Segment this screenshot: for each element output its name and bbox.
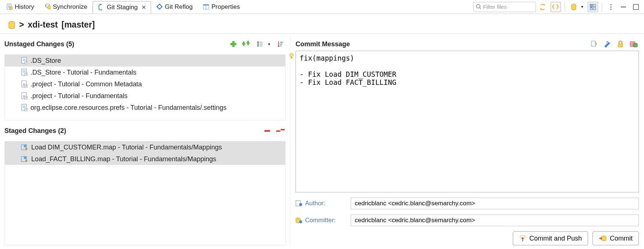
separator [602,3,602,11]
map-icon [21,144,28,151]
repo-cylinder-icon[interactable] [569,2,579,12]
svg-rect-69 [618,44,623,47]
tab-label: Git Reflog [165,3,193,11]
svg-line-11 [480,8,481,9]
commit-message-header: Commit Message [296,37,639,51]
svg-rect-62 [276,130,280,132]
svg-point-18 [610,6,611,7]
file-unknown-icon: ? [21,104,28,111]
stage-all-icon[interactable] [242,39,252,49]
staged-title: Staged Changes (2) [4,127,66,135]
svg-text:?: ? [25,73,27,76]
file-xml-icon: y? [21,80,28,88]
svg-point-17 [610,4,611,5]
svg-rect-29 [257,42,259,43]
list-item[interactable]: y?.project - Tutorial - Common Metadata [5,78,285,90]
filter-input[interactable] [483,4,533,10]
list-item[interactable]: y?.project - Tutorial - Fundamentals [5,90,285,102]
svg-text:?: ? [25,97,27,100]
svg-text:?: ? [25,108,27,111]
staged-list[interactable]: Load DIM_CUSTOMER.map - Tutorial - Funda… [4,141,286,245]
separator [565,3,565,11]
tab-label: History [15,3,34,11]
staged-header: Staged Changes (2) [4,124,286,137]
svg-rect-16 [593,7,596,10]
commit-button[interactable]: Commit [593,231,639,245]
search-icon [476,4,481,10]
view-menu-icon[interactable] [606,2,616,12]
history-icon [6,4,12,10]
tab-history[interactable]: History [1,1,39,13]
svg-text:?: ? [25,85,27,88]
unstaged-header: Unstaged Changes (5) ▼ [4,37,286,51]
svg-rect-63 [280,129,285,130]
list-item[interactable]: Load_FACT_BILLING.map - Tutorial - Funda… [5,153,285,165]
svg-rect-68 [591,41,595,46]
unstage-all-icon[interactable] [275,126,286,136]
svg-rect-71 [633,43,637,47]
list-item-label: org.eclipse.core.resources.prefs - Tutor… [31,104,226,112]
svg-rect-28 [247,42,250,44]
unstage-selected-icon[interactable] [262,126,272,136]
maximize-view-icon[interactable] [631,2,641,12]
git-staging-icon [97,4,104,11]
tab-properties[interactable]: Properties [198,1,244,13]
svg-rect-31 [257,45,259,47]
commit-buttons: Commit and Push Commit [296,231,639,245]
list-item[interactable]: ?.DS_Store [5,55,285,66]
svg-point-4 [10,7,12,10]
push-icon [519,235,526,242]
minimize-view-icon[interactable] [618,2,629,12]
author-input[interactable] [351,198,639,209]
committer-input[interactable] [351,214,639,226]
tab-git-reflog[interactable]: Git Reflog [152,1,198,13]
commit-and-push-button[interactable]: Commit and Push [513,231,588,245]
svg-rect-61 [264,130,270,132]
top-toolbar: ▼ [473,2,644,12]
list-item-label: .project - Tutorial - Fundamentals [31,92,128,100]
author-label: Author: [305,200,325,207]
chevron-down-icon[interactable]: ▼ [580,5,584,9]
commit-message-textarea[interactable] [296,51,639,192]
amend-icon[interactable] [589,39,599,49]
list-item-label: Load DIM_CUSTOMER.map - Tutorial - Funda… [31,144,222,151]
svg-rect-21 [633,4,638,10]
list-item[interactable]: Load DIM_CUSTOMER.map - Tutorial - Funda… [5,141,285,153]
sign-off-icon[interactable] [602,39,612,49]
tab-synchronize[interactable]: Synchronize [40,1,92,13]
right-pane: Commit Message [290,34,644,247]
gerrit-change-id-icon[interactable] [629,39,639,49]
list-item-label: .DS_Store - Tutorial - Fundamentals [31,69,136,76]
repo-cylinder-icon [8,21,15,29]
tab-git-staging[interactable]: Git Staging ✕ [93,1,151,14]
svg-point-19 [610,8,611,10]
filter-files-search[interactable] [473,2,536,12]
tab-label: Git Staging [107,4,137,11]
list-item-label: Load_FACT_BILLING.map - Tutorial - Funda… [31,155,216,163]
unstaged-list[interactable]: ?.DS_Store?.DS_Store - Tutorial - Fundam… [4,54,286,120]
svg-rect-67 [24,156,26,159]
svg-rect-24 [230,43,236,45]
list-item[interactable]: ?org.eclipse.core.resources.prefs - Tuto… [5,102,285,113]
committer-icon [296,217,302,224]
layout-toggle-icon[interactable] [588,2,598,12]
list-item[interactable]: ?.DS_Store - Tutorial - Fundamentals [5,66,285,78]
stage-selected-icon[interactable] [228,39,239,49]
view-tabs-bar: History Synchronize Git Staging ✕ Git Re… [0,0,644,14]
chevron-down-icon[interactable]: ▼ [267,42,271,46]
properties-icon [203,4,209,10]
commit-message-title: Commit Message [296,40,350,48]
synchronize-icon [44,4,51,10]
refresh-icon[interactable] [538,2,548,12]
commit-icon [599,235,607,242]
svg-rect-8 [203,4,209,6]
presentation-icon[interactable] [255,39,265,49]
svg-rect-65 [24,145,26,147]
compare-icon[interactable] [551,2,561,12]
close-icon[interactable]: ✕ [142,4,146,11]
repo-name: xdi-test [28,20,58,30]
left-pane: Unstaged Changes (5) ▼ ?.DS_Store?.DS_St… [0,34,290,247]
sort-icon[interactable] [275,39,286,49]
lock-icon[interactable] [615,39,626,49]
svg-rect-20 [621,7,626,7]
